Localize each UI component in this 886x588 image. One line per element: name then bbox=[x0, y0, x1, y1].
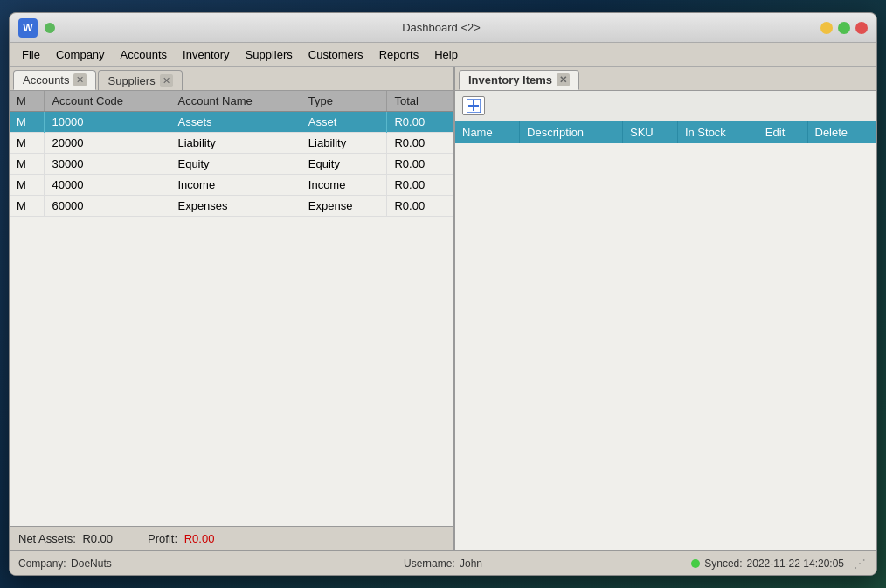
cell-type: Liability bbox=[301, 133, 387, 154]
window-controls bbox=[820, 22, 868, 34]
cell-code: 60000 bbox=[45, 196, 170, 217]
add-inventory-button[interactable] bbox=[462, 96, 485, 115]
inv-col-instock: In Stock bbox=[677, 121, 758, 143]
inv-col-delete: Delete bbox=[807, 121, 876, 143]
add-icon bbox=[467, 99, 481, 113]
net-assets-label: Net Assets: bbox=[18, 532, 76, 545]
cell-total: R0.00 bbox=[387, 154, 453, 175]
synced-time: 2022-11-22 14:20:05 bbox=[747, 557, 844, 570]
cell-total: R0.00 bbox=[387, 196, 453, 217]
menu-reports[interactable]: Reports bbox=[372, 45, 426, 64]
inventory-toolbar bbox=[455, 91, 876, 121]
net-assets-value: R0.00 bbox=[82, 532, 113, 545]
cell-code: 10000 bbox=[45, 112, 170, 133]
company-name: DoeNuts bbox=[71, 557, 112, 570]
menu-customers[interactable]: Customers bbox=[301, 45, 370, 64]
inv-col-name: Name bbox=[455, 121, 520, 143]
tab-inventory-items[interactable]: Inventory Items ✕ bbox=[459, 70, 579, 90]
menu-bar: File Company Accounts Inventory Supplier… bbox=[10, 43, 876, 67]
status-dot bbox=[45, 23, 55, 33]
company-label: Company: bbox=[18, 557, 66, 570]
col-account-code: Account Code bbox=[45, 91, 170, 112]
inventory-table-header: Name Description SKU In Stock Edit Delet… bbox=[455, 121, 876, 143]
col-m: M bbox=[10, 91, 45, 112]
synced-label: Synced: bbox=[704, 557, 742, 570]
cell-total: R0.00 bbox=[387, 175, 453, 196]
cell-total: R0.00 bbox=[387, 133, 453, 154]
cell-m: M bbox=[10, 133, 45, 154]
left-tab-bar: Accounts ✕ Suppliers ✕ bbox=[10, 67, 453, 91]
accounts-table: M Account Code Account Name Type Total M… bbox=[10, 91, 453, 217]
left-footer: Net Assets: R0.00 Profit: R0.00 bbox=[10, 526, 453, 550]
menu-accounts[interactable]: Accounts bbox=[114, 45, 174, 64]
main-window: W Dashboard <2> File Company Accounts In… bbox=[9, 12, 877, 576]
profit-value: R0.00 bbox=[184, 532, 215, 545]
tab-suppliers-label: Suppliers bbox=[107, 74, 155, 87]
cell-name: Expenses bbox=[170, 196, 301, 217]
cell-name: Liability bbox=[170, 133, 301, 154]
menu-file[interactable]: File bbox=[15, 45, 47, 64]
cell-code: 40000 bbox=[45, 175, 170, 196]
accounts-table-row[interactable]: M 30000 Equity Equity R0.00 bbox=[10, 154, 453, 175]
inv-col-sku: SKU bbox=[623, 121, 678, 143]
status-username: Username: John bbox=[301, 557, 585, 570]
accounts-table-row[interactable]: M 10000 Assets Asset R0.00 bbox=[10, 112, 453, 133]
accounts-table-container: M Account Code Account Name Type Total M… bbox=[10, 91, 453, 526]
left-panel: Accounts ✕ Suppliers ✕ M Account Code Ac… bbox=[10, 67, 455, 550]
app-icon: W bbox=[18, 18, 38, 38]
content-area: Accounts ✕ Suppliers ✕ M Account Code Ac… bbox=[10, 67, 876, 550]
username-value: John bbox=[460, 557, 482, 570]
username-label: Username: bbox=[404, 557, 455, 570]
minimize-button[interactable] bbox=[820, 22, 833, 34]
menu-company[interactable]: Company bbox=[49, 45, 112, 64]
tab-accounts-close[interactable]: ✕ bbox=[73, 73, 87, 86]
menu-suppliers[interactable]: Suppliers bbox=[239, 45, 300, 64]
inventory-table-container: Name Description SKU In Stock Edit Delet… bbox=[455, 121, 876, 550]
menu-help[interactable]: Help bbox=[427, 45, 465, 64]
cell-name: Equity bbox=[170, 154, 301, 175]
status-sync: Synced: 2022-11-22 14:20:05 ⋰ bbox=[585, 557, 868, 571]
accounts-table-row[interactable]: M 60000 Expenses Expense R0.00 bbox=[10, 196, 453, 217]
inventory-table: Name Description SKU In Stock Edit Delet… bbox=[455, 121, 876, 143]
svg-rect-1 bbox=[473, 100, 474, 111]
cell-code: 20000 bbox=[45, 133, 170, 154]
sync-dot-icon bbox=[691, 559, 700, 568]
cell-type: Equity bbox=[301, 154, 387, 175]
inventory-tab-label: Inventory Items bbox=[468, 73, 552, 86]
window-title: Dashboard <2> bbox=[62, 21, 820, 34]
status-bar: Company: DoeNuts Username: John Synced: … bbox=[10, 550, 876, 575]
right-tab-bar: Inventory Items ✕ bbox=[455, 67, 876, 91]
col-account-name: Account Name bbox=[170, 91, 301, 112]
cell-m: M bbox=[10, 175, 45, 196]
profit: Profit: R0.00 bbox=[148, 532, 214, 545]
inv-col-edit: Edit bbox=[758, 121, 807, 143]
accounts-table-row[interactable]: M 40000 Income Income R0.00 bbox=[10, 175, 453, 196]
title-bar: W Dashboard <2> bbox=[10, 13, 876, 43]
cell-type: Income bbox=[301, 175, 387, 196]
net-assets: Net Assets: R0.00 bbox=[18, 532, 113, 545]
status-company: Company: DoeNuts bbox=[18, 557, 301, 570]
close-button[interactable] bbox=[855, 22, 868, 34]
col-type: Type bbox=[301, 91, 387, 112]
col-total: Total bbox=[387, 91, 453, 112]
inv-col-description: Description bbox=[520, 121, 623, 143]
accounts-table-row[interactable]: M 20000 Liability Liability R0.00 bbox=[10, 133, 453, 154]
tab-suppliers-close[interactable]: ✕ bbox=[160, 74, 173, 87]
menu-inventory[interactable]: Inventory bbox=[176, 45, 236, 64]
cell-m: M bbox=[10, 154, 45, 175]
tab-accounts-label: Accounts bbox=[23, 73, 69, 86]
cell-total: R0.00 bbox=[387, 112, 453, 133]
cell-type: Asset bbox=[301, 112, 387, 133]
tab-accounts[interactable]: Accounts ✕ bbox=[13, 70, 96, 90]
cell-m: M bbox=[10, 112, 45, 133]
cell-name: Assets bbox=[170, 112, 301, 133]
cell-type: Expense bbox=[301, 196, 387, 217]
cell-code: 30000 bbox=[45, 154, 170, 175]
profit-label: Profit: bbox=[148, 532, 177, 545]
maximize-button[interactable] bbox=[838, 22, 850, 34]
right-panel: Inventory Items ✕ bbox=[455, 67, 876, 550]
resize-handle-icon: ⋰ bbox=[854, 557, 868, 571]
tab-suppliers[interactable]: Suppliers ✕ bbox=[98, 70, 182, 90]
inventory-tab-close[interactable]: ✕ bbox=[557, 73, 570, 86]
cell-m: M bbox=[10, 196, 45, 217]
